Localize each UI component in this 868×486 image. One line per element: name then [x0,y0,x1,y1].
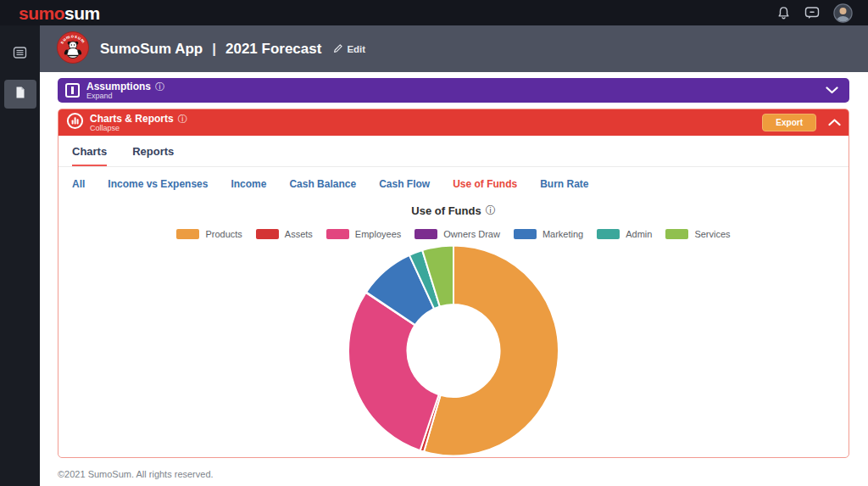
main: sumosum SumoSum App | 2021 Forecast [40,25,868,486]
filter-burn-rate[interactable]: Burn Rate [540,178,588,190]
app-row: sumosum SumoSum App | 2021 Forecast [0,25,868,486]
filter-all[interactable]: All [72,178,85,190]
sidebar-list-icon[interactable] [13,46,27,63]
charts-reports-title: Charts & Reports [90,114,174,124]
donut-chart-wrap [58,243,849,458]
chevron-up-icon[interactable] [828,119,841,126]
assumptions-title: Assumptions [86,81,151,92]
legend-label: Admin [626,229,652,239]
assumptions-panel-icon [65,83,80,98]
footer-copyright: ©2021 SumoSum. All rights reserved. [58,469,868,479]
filter-cash-flow[interactable]: Cash Flow [379,178,430,190]
sidebar [0,25,40,486]
chart-legend: ProductsAssetsEmployeesOwners DrawMarket… [58,229,849,239]
tabs-row: ChartsReports [58,136,849,167]
use-of-funds-donut[interactable] [326,243,581,458]
filter-income[interactable]: Income [231,178,266,190]
legend-swatch-products [176,229,199,239]
legend-item-owners-draw[interactable]: Owners Draw [415,229,500,239]
chart-filters-row: AllIncome vs ExpensesIncomeCash BalanceC… [58,167,849,190]
edit-label: Edit [347,44,365,54]
title-separator: | [212,41,216,58]
charts-reports-header-bar[interactable]: Charts & Reportsⓘ Collapse Export [58,109,849,136]
legend-label: Employees [355,229,401,239]
chevron-down-icon[interactable] [826,87,838,94]
legend-swatch-owners-draw [415,229,437,239]
brand-logo-part2: sum [64,3,100,23]
chart-title-row: Use of Funds ⓘ [58,204,849,218]
edit-forecast-link[interactable]: Edit [333,43,365,55]
legend-item-admin[interactable]: Admin [597,229,652,239]
pencil-icon [333,43,343,55]
legend-label: Products [205,229,242,239]
assumptions-expand-label[interactable]: Expand [86,92,164,100]
assumptions-text: Assumptionsⓘ Expand [86,81,164,100]
legend-swatch-employees [326,229,349,239]
donut-segment-employees[interactable] [348,293,439,450]
sumosum-mascot-logo[interactable]: sumosum [57,31,89,67]
legend-label: Assets [285,229,313,239]
export-button[interactable]: Export [762,114,816,131]
charts-reports-text: Charts & Reportsⓘ Collapse [90,114,187,132]
document-icon [14,86,26,103]
legend-item-products[interactable]: Products [176,229,242,239]
brand-logo[interactable]: sumosum [19,4,100,22]
tab-charts[interactable]: Charts [72,145,107,166]
chart-title: Use of Funds [411,204,481,217]
legend-item-marketing[interactable]: Marketing [514,229,583,239]
charts-reports-panel: Charts & Reportsⓘ Collapse Export Charts… [58,109,849,458]
legend-item-assets[interactable]: Assets [256,229,313,239]
info-icon[interactable]: ⓘ [178,114,187,124]
notifications-bell-icon[interactable] [776,6,791,20]
collapse-label[interactable]: Collapse [90,124,187,132]
info-icon[interactable]: ⓘ [155,81,164,92]
assumptions-section-bar[interactable]: Assumptionsⓘ Expand [58,78,849,103]
legend-label: Services [694,229,730,239]
page-title: 2021 Forecast [225,41,321,58]
sidebar-documents-button[interactable] [4,80,36,109]
legend-swatch-services [665,229,688,239]
filter-cash-balance[interactable]: Cash Balance [289,178,356,190]
legend-label: Marketing [542,229,583,239]
info-icon[interactable]: ⓘ [486,204,496,218]
topbar-actions [776,3,853,23]
legend-item-employees[interactable]: Employees [326,229,401,239]
app-title: SumoSum App [100,41,203,58]
user-avatar[interactable] [833,3,853,23]
header-title: SumoSum App | 2021 Forecast [100,41,321,58]
legend-swatch-assets [256,229,279,239]
legend-label: Owners Draw [443,229,500,239]
messages-chat-icon[interactable] [804,6,820,20]
charts-circle-icon [66,112,84,133]
legend-swatch-admin [597,229,620,239]
topbar: sumosum [0,0,868,25]
filter-use-of-funds[interactable]: Use of Funds [453,178,517,190]
filter-income-vs-expenses[interactable]: Income vs Expenses [108,178,208,190]
brand-logo-part1: sumo [19,3,64,23]
legend-swatch-marketing [514,229,537,239]
content: Assumptionsⓘ Expand Charts & Reportsⓘ Co… [40,72,868,486]
tab-reports[interactable]: Reports [132,145,174,166]
legend-item-services[interactable]: Services [665,229,730,239]
page-header: sumosum SumoSum App | 2021 Forecast [40,25,868,72]
